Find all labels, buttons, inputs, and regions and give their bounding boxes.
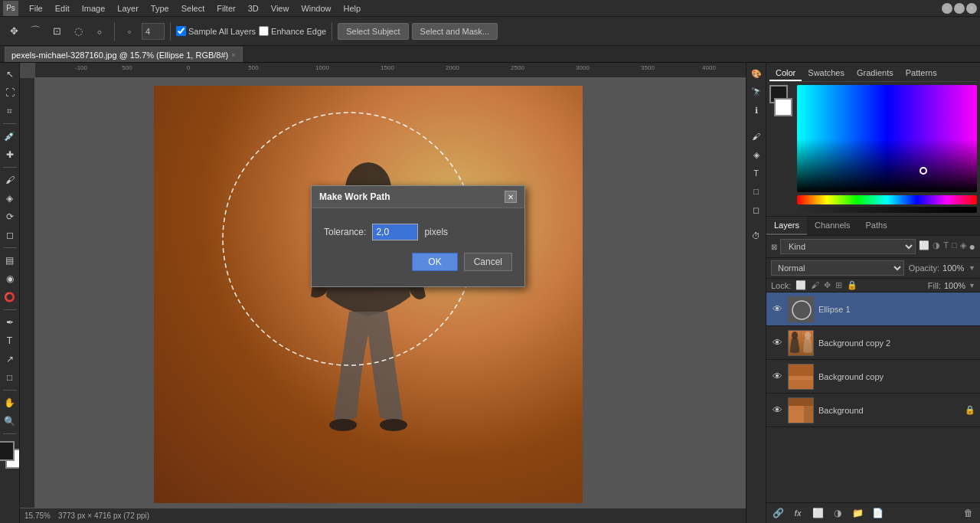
tool-eraser[interactable]: ◻ [2, 227, 18, 244]
tool-gradient[interactable]: ▤ [2, 252, 18, 269]
tab-layers[interactable]: Layers [766, 217, 807, 235]
fx-button[interactable]: fx [791, 506, 805, 520]
tab-main[interactable]: pexels-michael-3287160.jpg @ 15.7% (Elli… [5, 47, 243, 62]
enhance-edge-label[interactable]: Enhance Edge [259, 26, 326, 36]
layer-item-bg-copy[interactable]: 👁 Background copy [766, 360, 980, 394]
dialog-titlebar[interactable]: Make Work Path ✕ [312, 186, 524, 208]
tool-type[interactable]: T [2, 332, 18, 349]
tab-gradients[interactable]: Gradients [851, 66, 900, 81]
delete-layer-button[interactable]: 🗑 [962, 506, 975, 520]
tool-lasso[interactable]: ⌒ [26, 22, 44, 41]
filter-type-icon[interactable]: T [943, 240, 949, 253]
opacity-slider-color[interactable] [797, 207, 977, 213]
layer-visibility-bg-copy2[interactable]: 👁 [771, 337, 783, 349]
rt-text-icon[interactable]: T [749, 165, 764, 181]
layer-item-ellipse1[interactable]: 👁 Ellipse 1 [766, 293, 980, 326]
add-mask-button[interactable]: ⬜ [811, 506, 825, 520]
menu-help[interactable]: Help [338, 2, 368, 15]
blend-mode-select[interactable]: Normal [771, 260, 904, 276]
make-work-path-dialog[interactable]: Make Work Path ✕ Tolerance: pixels OK Ca… [311, 185, 525, 287]
rt-color-panel-icon[interactable]: 🎨 [749, 66, 764, 81]
foreground-color[interactable] [0, 441, 15, 461]
menu-image[interactable]: Image [76, 2, 112, 15]
opacity-arrow-icon[interactable]: ▼ [969, 264, 975, 272]
tolerance-input[interactable] [372, 224, 418, 240]
dialog-close-button[interactable]: ✕ [505, 191, 517, 203]
tool-shape[interactable]: □ [2, 369, 18, 386]
canvas-content[interactable] [35, 78, 746, 508]
link-layers-button[interactable]: 🔗 [771, 506, 785, 520]
filter-adjustment-icon[interactable]: ◑ [933, 240, 940, 253]
lock-all-icon[interactable]: 🔒 [847, 280, 858, 290]
tool-slice[interactable]: ⌗ [2, 103, 18, 119]
layer-visibility-bg-copy[interactable]: 👁 [771, 371, 783, 383]
select-mask-button[interactable]: Select and Mask... [412, 23, 498, 40]
menu-window[interactable]: Window [295, 2, 337, 15]
menu-file[interactable]: File [23, 2, 49, 15]
menu-edit[interactable]: Edit [49, 2, 76, 15]
tool-clone[interactable]: ◈ [2, 190, 18, 207]
layer-item-bg-copy2[interactable]: 👁 [766, 326, 980, 360]
rt-timeline-icon[interactable]: ⏱ [749, 228, 764, 244]
sample-all-layers-label[interactable]: Sample All Layers [176, 26, 256, 36]
fill-arrow-icon[interactable]: ▼ [969, 282, 975, 289]
lock-position-icon[interactable]: ✥ [824, 280, 831, 290]
new-layer-button[interactable]: 📄 [871, 506, 884, 520]
menu-3d[interactable]: 3D [242, 2, 265, 15]
sample-all-layers-checkbox[interactable] [176, 26, 186, 36]
color-picker-handle[interactable] [920, 167, 927, 175]
lock-paint-icon[interactable]: 🖌 [811, 280, 819, 290]
menu-select[interactable]: Select [175, 2, 211, 15]
tool-dodge[interactable]: ⭕ [2, 289, 18, 306]
close-button[interactable]: × [966, 3, 977, 14]
filter-toggle-icon[interactable]: ● [969, 240, 975, 253]
tab-color[interactable]: Color [769, 66, 802, 81]
tab-channels[interactable]: Channels [807, 217, 858, 235]
hue-slider[interactable] [797, 195, 977, 204]
tab-close-button[interactable]: × [231, 51, 235, 59]
tool-zoom[interactable]: 🔍 [2, 413, 18, 430]
tool-heal[interactable]: ✚ [2, 146, 18, 163]
rt-shape-icon[interactable]: □ [749, 184, 764, 199]
layer-visibility-background[interactable]: 👁 [771, 404, 783, 417]
ok-button[interactable]: OK [412, 253, 457, 271]
menu-type[interactable]: Type [145, 2, 175, 15]
tool-pen[interactable]: ✒ [2, 314, 18, 331]
cancel-button[interactable]: Cancel [464, 253, 512, 271]
filter-pixel-icon[interactable]: ⬜ [919, 240, 929, 253]
opacity-value[interactable]: 100% [942, 263, 965, 273]
rt-nav-icon[interactable]: 🔭 [749, 84, 764, 100]
menu-layer[interactable]: Layer [111, 2, 145, 15]
canvas-area[interactable]: -100 500 0 500 1000 1500 2000 2500 3000 … [20, 63, 746, 523]
color-spectrum[interactable] [797, 85, 977, 192]
select-subject-button[interactable]: Select Subject [338, 23, 408, 40]
menu-view[interactable]: View [265, 2, 296, 15]
menu-filter[interactable]: Filter [211, 2, 241, 15]
tab-swatches[interactable]: Swatches [802, 66, 851, 81]
adjustment-layer-button[interactable]: ◑ [831, 506, 844, 520]
tool-blur[interactable]: ◉ [2, 270, 18, 287]
tool-move[interactable]: ✥ [5, 22, 23, 41]
brush-size-input[interactable] [142, 23, 165, 40]
filter-smart-icon[interactable]: ◈ [960, 240, 966, 253]
fg-bg-colors[interactable] [0, 441, 20, 469]
tool-hand[interactable]: ✋ [2, 394, 18, 411]
layer-visibility-ellipse1[interactable]: 👁 [771, 303, 783, 315]
tool-path[interactable]: ↗ [2, 351, 18, 368]
tool-eyedropper[interactable]: 💉 [2, 128, 18, 145]
filter-shape-icon[interactable]: □ [952, 240, 957, 253]
rt-info-icon[interactable]: ℹ [749, 103, 764, 118]
layer-item-background[interactable]: 👁 Background 🔒 [766, 394, 980, 427]
tool-brush[interactable]: 🖌 [2, 172, 18, 188]
tab-patterns[interactable]: Patterns [900, 66, 943, 81]
lock-transparent-icon[interactable]: ⬜ [795, 280, 806, 290]
enhance-edge-checkbox[interactable] [259, 26, 269, 36]
layer-filter-select[interactable]: Kind [780, 239, 916, 254]
lock-artboard-icon[interactable]: ⊞ [835, 280, 842, 290]
tab-paths[interactable]: Paths [858, 217, 895, 235]
maximize-button[interactable]: □ [954, 3, 965, 14]
new-group-button[interactable]: 📁 [851, 506, 864, 520]
tool-selection[interactable]: ↖ [2, 66, 18, 83]
tool-crop[interactable]: ⛶ [2, 84, 18, 101]
rt-clone-icon[interactable]: ◈ [749, 147, 764, 162]
